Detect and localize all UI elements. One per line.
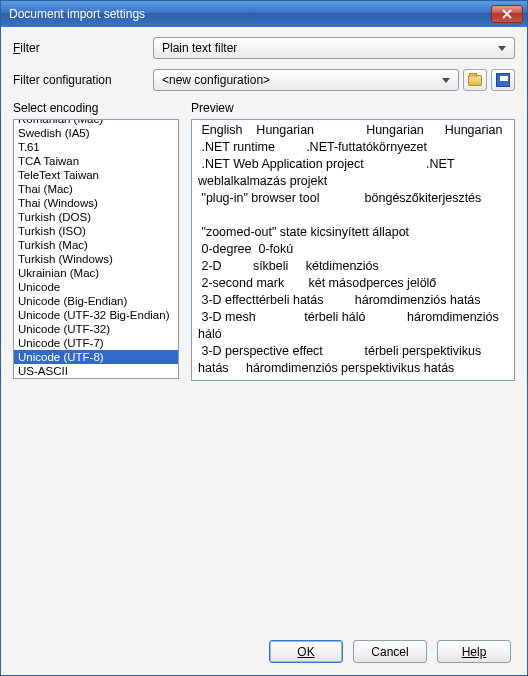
filter-combo-value: Plain text filter <box>162 41 498 55</box>
encoding-item[interactable]: T.61 <box>14 140 178 154</box>
close-button[interactable] <box>491 5 523 23</box>
spacer <box>13 381 515 632</box>
save-icon <box>496 73 510 87</box>
config-combo[interactable]: <new configuration> <box>153 69 459 91</box>
preview-label: Preview <box>191 101 515 115</box>
encoding-item[interactable]: Romanian (Mac) <box>14 119 178 126</box>
encoding-item[interactable]: Thai (Windows) <box>14 196 178 210</box>
encoding-item[interactable]: Unicode (UTF-32) <box>14 322 178 336</box>
ok-button[interactable]: OK <box>269 640 343 663</box>
chevron-down-icon <box>498 46 506 51</box>
columns: Select encoding OEM United StatesPortugu… <box>13 101 515 381</box>
filter-label: Filter <box>13 41 153 55</box>
encoding-item[interactable]: Unicode (UTF-8) <box>14 350 178 364</box>
encoding-item[interactable]: Turkish (ISO) <box>14 224 178 238</box>
cancel-button[interactable]: Cancel <box>353 640 427 663</box>
encoding-label: Select encoding <box>13 101 179 115</box>
encoding-item[interactable]: Turkish (Windows) <box>14 252 178 266</box>
save-config-button[interactable] <box>491 69 515 91</box>
preview-column: Preview English Hungarian Hungarian Hung… <box>191 101 515 381</box>
encoding-item[interactable]: Swedish (IA5) <box>14 126 178 140</box>
encoding-item[interactable]: Ukrainian (Mac) <box>14 266 178 280</box>
config-row: Filter configuration <new configuration> <box>13 69 515 91</box>
filter-combo[interactable]: Plain text filter <box>153 37 515 59</box>
encoding-item[interactable]: Turkish (Mac) <box>14 238 178 252</box>
preview-box[interactable]: English Hungarian Hungarian Hungarian .N… <box>191 119 515 381</box>
dialog-window: Document import settings Filter Plain te… <box>0 0 528 676</box>
encoding-item[interactable]: Thai (Mac) <box>14 182 178 196</box>
encoding-item[interactable]: Unicode (UTF-7) <box>14 336 178 350</box>
encoding-item[interactable]: US-ASCII <box>14 364 178 378</box>
window-title: Document import settings <box>9 7 491 21</box>
encoding-listbox[interactable]: OEM United StatesPortuguese (DOS)Romania… <box>13 119 179 379</box>
titlebar: Document import settings <box>1 1 527 27</box>
encoding-item[interactable]: TCA Taiwan <box>14 154 178 168</box>
button-row: OK Cancel Help <box>13 632 515 667</box>
cancel-button-label: Cancel <box>371 645 408 659</box>
encoding-item[interactable]: TeleText Taiwan <box>14 168 178 182</box>
filter-label-text: Filter <box>13 41 40 55</box>
open-config-button[interactable] <box>463 69 487 91</box>
folder-icon <box>468 75 482 86</box>
encoding-item[interactable]: Unicode <box>14 280 178 294</box>
config-label: Filter configuration <box>13 73 153 87</box>
filter-row: Filter Plain text filter <box>13 37 515 59</box>
ok-button-label: OK <box>297 645 314 659</box>
encoding-item[interactable]: Turkish (DOS) <box>14 210 178 224</box>
config-combo-value: <new configuration> <box>162 73 442 87</box>
help-button-label: Help <box>462 645 487 659</box>
help-button[interactable]: Help <box>437 640 511 663</box>
encoding-column: Select encoding OEM United StatesPortugu… <box>13 101 179 381</box>
encoding-item[interactable]: Unicode (Big-Endian) <box>14 294 178 308</box>
close-icon <box>502 9 512 19</box>
encoding-item[interactable]: Unicode (UTF-32 Big-Endian) <box>14 308 178 322</box>
client-area: Filter Plain text filter Filter configur… <box>1 27 527 675</box>
chevron-down-icon <box>442 78 450 83</box>
